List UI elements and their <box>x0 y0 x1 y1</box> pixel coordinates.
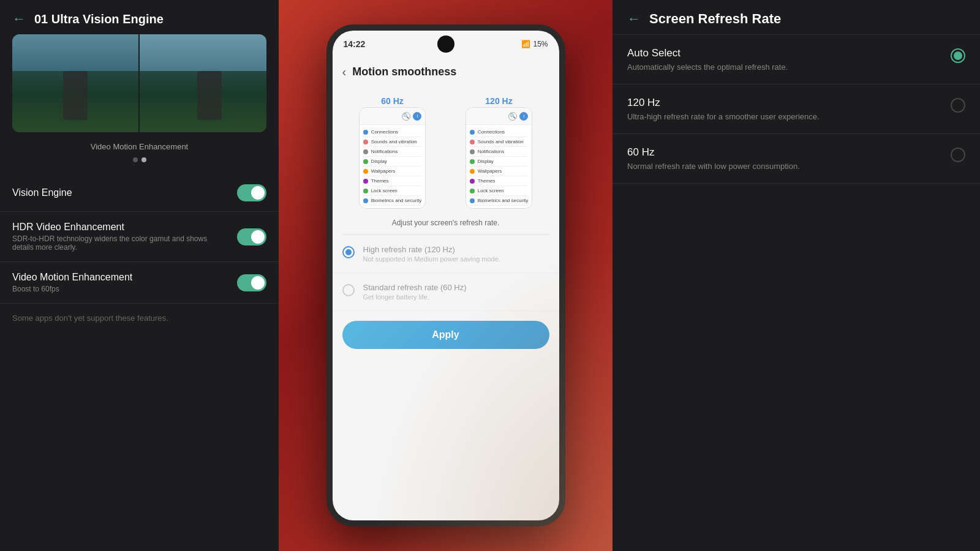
camera-notch <box>437 36 454 53</box>
battery-text: 15% <box>533 40 548 48</box>
hdr-video-desc: SDR-to-HDR technology widens the color g… <box>12 234 214 252</box>
radio-title-120hz: High refresh rate (120 Hz) <box>363 245 500 254</box>
mini-list-120: Connections Sounds and vibration Notific… <box>466 125 532 208</box>
video-motion-setting: Video Motion Enhancement Boost to 60fps <box>0 262 279 304</box>
hdr-video-setting: HDR Video Enhancement SDR-to-HDR technol… <box>0 212 279 262</box>
phone-nav: ‹ Motion smoothness <box>333 58 559 86</box>
mini-info-icon-2: i <box>519 112 528 121</box>
video-preview <box>12 34 266 132</box>
hz-120-label: 120 Hz <box>485 92 512 107</box>
60hz-radio[interactable] <box>951 148 965 162</box>
radio-option-60hz[interactable]: Standard refresh rate (60 Hz) Get longer… <box>333 273 559 311</box>
status-time: 14:22 <box>344 39 366 49</box>
video-half-left <box>12 34 140 132</box>
video-motion-desc: Boost to 60fps <box>12 285 132 293</box>
phone-mockup: 14:22 📶 15% ‹ Motion smoothness 60 Hz <box>326 24 565 527</box>
apply-button[interactable]: Apply <box>342 321 549 349</box>
carousel-dots <box>0 157 279 162</box>
60hz-desc: Normal refresh rate with low power consu… <box>627 162 800 171</box>
vision-engine-setting: Vision Engine <box>0 174 279 212</box>
vision-engine-title: Vision Engine <box>12 187 72 198</box>
video-label: Video Motion Enhancement <box>0 138 279 157</box>
hdr-video-toggle[interactable] <box>237 228 266 246</box>
video-motion-toggle[interactable] <box>237 274 266 291</box>
comparison-area: 60 Hz 🔍 i Connections Sounds and vibrati… <box>333 86 559 215</box>
60hz-option[interactable]: 60 Hz Normal refresh rate with low power… <box>612 134 980 184</box>
phone-nav-title: Motion smoothness <box>352 66 456 78</box>
120hz-radio[interactable] <box>951 98 965 113</box>
mini-search-icon: 🔍 <box>402 112 410 121</box>
120hz-option[interactable]: 120 Hz Ultra-high refresh rate for a smo… <box>612 84 980 134</box>
center-panel: 14:22 📶 15% ‹ Motion smoothness 60 Hz <box>279 0 612 551</box>
120hz-desc: Ultra-high refresh rate for a smoother u… <box>627 112 820 121</box>
dot-1[interactable] <box>133 157 138 162</box>
vision-engine-toggle[interactable] <box>237 184 266 201</box>
phone-content: ‹ Motion smoothness 60 Hz 🔍 i Connection… <box>333 58 559 520</box>
video-motion-title: Video Motion Enhancement <box>12 272 132 283</box>
left-panel: ← 01 Ultra Vision Engine Video Motion En… <box>0 0 279 551</box>
radio-option-120hz[interactable]: High refresh rate (120 Hz) Not supported… <box>333 235 559 273</box>
mini-info-icon: i <box>413 112 421 121</box>
right-panel-title: Screen Refresh Rate <box>649 11 781 27</box>
status-icons: 📶 15% <box>521 40 548 48</box>
hz-60-label: 60 Hz <box>381 92 404 107</box>
phone-back-btn[interactable]: ‹ <box>342 65 347 79</box>
hdr-video-title: HDR Video Enhancement <box>12 222 214 233</box>
phone-subtitle: Adjust your screen's refresh rate. <box>333 215 559 234</box>
left-panel-title: 01 Ultra Vision Engine <box>34 12 164 26</box>
phone-mini-120: 🔍 i Connections Sounds and vibration Not… <box>466 107 533 209</box>
video-half-right <box>140 34 267 132</box>
auto-select-title: Auto Select <box>627 47 788 59</box>
auto-select-option[interactable]: Auto Select Automatically selects the op… <box>612 35 980 84</box>
60hz-title: 60 Hz <box>627 146 800 159</box>
auto-select-radio[interactable] <box>951 48 965 63</box>
footer-note: Some apps don't yet support these featur… <box>0 304 279 332</box>
radio-title-60hz: Standard refresh rate (60 Hz) <box>363 283 467 292</box>
mini-list-60: Connections Sounds and vibration Notific… <box>360 125 426 208</box>
mini-search-icon-2: 🔍 <box>508 112 517 121</box>
left-header: ← 01 Ultra Vision Engine <box>0 0 279 34</box>
wifi-icon: 📶 <box>521 40 530 48</box>
right-back-icon[interactable]: ← <box>627 11 641 27</box>
right-panel: ← Screen Refresh Rate Auto Select Automa… <box>612 0 980 551</box>
radio-btn-60hz[interactable] <box>342 284 355 296</box>
auto-select-desc: Automatically selects the optimal refres… <box>627 62 788 72</box>
radio-desc-60hz: Get longer battery life. <box>363 293 467 301</box>
120hz-title: 120 Hz <box>627 97 820 109</box>
radio-btn-120hz[interactable] <box>342 246 355 258</box>
phone-status-bar: 14:22 📶 15% <box>333 31 559 58</box>
radio-desc-120hz: Not supported in Medium power saving mod… <box>363 255 500 263</box>
phone-mini-60: 🔍 i Connections Sounds and vibration Not… <box>359 107 426 209</box>
dot-2[interactable] <box>141 157 146 162</box>
right-header: ← Screen Refresh Rate <box>612 0 980 35</box>
left-back-icon[interactable]: ← <box>12 11 26 27</box>
